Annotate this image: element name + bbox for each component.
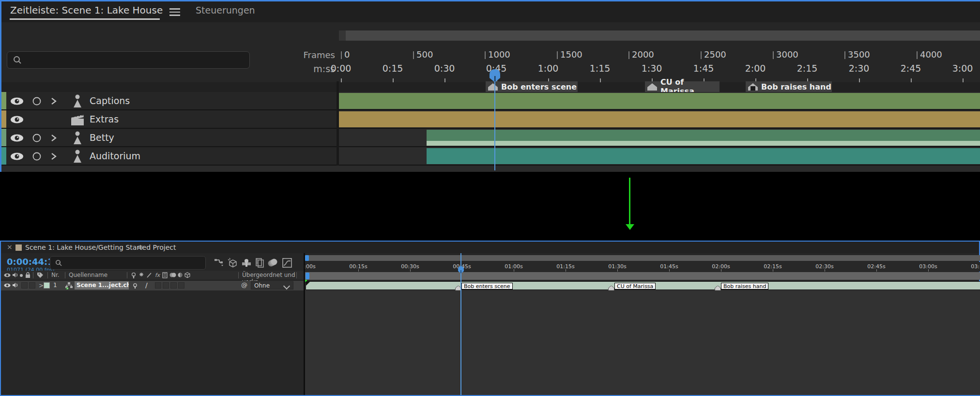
eye-column-icon[interactable]: [4, 273, 11, 277]
twirl-chevron[interactable]: >: [39, 282, 44, 289]
eye-icon[interactable]: [10, 116, 24, 123]
bottom-tab-title[interactable]: Scene 1: Lake House/Getting Started Proj…: [25, 244, 176, 251]
solo-circle-icon[interactable]: [32, 152, 41, 161]
marker-bob-raises-hand[interactable]: Bob raises hand: [746, 81, 832, 92]
label-tag-icon[interactable]: [37, 272, 44, 278]
layer-label-swatch[interactable]: [44, 282, 50, 289]
playhead-head[interactable]: [488, 68, 502, 83]
work-area-start-handle[interactable]: [306, 273, 309, 279]
ruler-tick-label: 00:00s: [305, 263, 321, 270]
layer-bar-betty[interactable]: [427, 130, 980, 146]
ruler-frames-unit: Frames: [262, 50, 335, 60]
solo-circle-icon[interactable]: [32, 134, 41, 142]
frame-tick-label: 4000: [920, 49, 942, 60]
quality-switch[interactable]: /: [145, 281, 148, 289]
timeline-search-input[interactable]: [50, 256, 206, 270]
layer-marker-bob-enters-scene[interactable]: Bob enters scene: [461, 283, 513, 289]
twirl-chevron-icon[interactable]: [51, 97, 57, 105]
parent-dropdown[interactable]: Ohne: [251, 281, 293, 289]
layer-name[interactable]: Extras: [90, 114, 119, 124]
house-marker-icon: [488, 83, 498, 91]
panel-menu-icon[interactable]: ≡: [138, 243, 143, 251]
playhead-head[interactable]: [457, 266, 465, 274]
layer-bar-auditorium[interactable]: [427, 148, 980, 164]
panel-menu-icon[interactable]: [169, 6, 180, 18]
tab-steuerungen[interactable]: Steuerungen: [196, 5, 255, 15]
tab-zeitleiste[interactable]: Zeitleiste: Scene 1: Lake House: [10, 4, 163, 16]
eye-icon[interactable]: [10, 97, 24, 105]
playhead-line[interactable]: [460, 253, 461, 395]
playhead-line[interactable]: [494, 77, 495, 170]
solo-circle-icon[interactable]: [32, 97, 41, 106]
layer-color-strip: [1, 129, 6, 146]
layer-switches-icons[interactable]: fx: [131, 272, 191, 279]
mss-tick-label: 0:15: [373, 63, 412, 74]
person-icon: [71, 94, 84, 108]
layer-color-strip: [1, 92, 6, 109]
switch-cell[interactable]: [155, 282, 161, 289]
column-nr[interactable]: Nr.: [51, 272, 60, 278]
frame-tick-label: 1500: [560, 49, 582, 60]
motion-blur-icon[interactable]: [267, 257, 278, 269]
switch-cell[interactable]: [29, 282, 35, 289]
eye-icon[interactable]: [4, 283, 11, 288]
navigator-start-handle[interactable]: [305, 255, 309, 261]
column-header-row: Nr. Quellenname fx Übergeordnet und verk…: [1, 271, 304, 280]
close-icon[interactable]: ×: [7, 243, 13, 251]
layer-bar-extras[interactable]: [339, 111, 980, 127]
svg-text:fx: fx: [155, 272, 161, 278]
switch-cell[interactable]: [178, 282, 184, 289]
frame-blending-icon[interactable]: [254, 257, 266, 269]
parent-dropdown-value: Ohne: [254, 282, 270, 289]
layer-number: 1: [53, 282, 57, 289]
layer-bar-captions[interactable]: [339, 93, 980, 109]
hide-shy-layers-icon[interactable]: [241, 257, 252, 269]
composition-mini-flowchart-icon[interactable]: [214, 257, 225, 269]
layer-name[interactable]: Captions: [90, 95, 130, 106]
twirl-chevron-icon[interactable]: [51, 134, 57, 142]
bottom-time-ruler[interactable]: 00:00s 00:15s 00:30s 00:45s 01:00s 01:15…: [305, 262, 980, 272]
layer-marker-house-icon[interactable]: [715, 286, 721, 290]
search-input[interactable]: [7, 51, 250, 69]
mss-tick-label: 1:45: [684, 63, 723, 74]
house-marker-icon: [647, 83, 658, 91]
eye-icon[interactable]: [10, 152, 24, 160]
chevron-down-icon: [283, 283, 290, 289]
layer-marker-cu-of-marissa[interactable]: CU of Marissa: [614, 283, 656, 289]
layer-row-captions[interactable]: Captions: [1, 92, 337, 110]
parent-pickwhip-icon[interactable]: @: [241, 281, 247, 289]
frame-tick-label: 500: [416, 49, 433, 60]
timeline-scrollbar-cap: [339, 30, 346, 41]
shy-switch-icon[interactable]: [132, 282, 138, 289]
layer-marker-house-icon[interactable]: [608, 286, 614, 290]
twirl-chevron-icon[interactable]: [51, 152, 57, 160]
audio-icon[interactable]: [12, 282, 18, 288]
graph-editor-icon[interactable]: [281, 257, 293, 269]
layer-row-extras[interactable]: Extras: [1, 110, 337, 129]
app-screen: Zeitleiste: Scene 1: Lake House Steuerun…: [0, 0, 980, 396]
column-quellenname[interactable]: Quellenname: [69, 272, 107, 278]
layer-source-name[interactable]: Scene 1...ject.chproj: [75, 281, 129, 289]
layer-row-auditorium[interactable]: Auditorium: [1, 147, 337, 166]
solo-column-icon[interactable]: [20, 274, 23, 277]
panel-focus-border-left: [0, 0, 1, 172]
marker-bob-enters-scene[interactable]: Bob enters scene: [486, 81, 578, 92]
switch-cell[interactable]: [21, 282, 28, 289]
switch-cell[interactable]: [163, 282, 169, 289]
work-area-bar[interactable]: [305, 272, 980, 280]
timeline-horizontal-scrollbar[interactable]: [339, 30, 980, 41]
search-icon: [13, 56, 22, 64]
layer-name[interactable]: Auditorium: [90, 151, 140, 161]
audio-column-icon[interactable]: [12, 272, 18, 278]
track-auditorium: [339, 147, 980, 166]
eye-icon[interactable]: [10, 134, 24, 142]
draft-3d-icon[interactable]: [227, 257, 238, 269]
switch-cell[interactable]: [170, 282, 177, 289]
lock-column-icon[interactable]: [25, 272, 31, 278]
panel-focus-border-top: [0, 0, 980, 1]
layer-row-betty[interactable]: Betty: [1, 129, 337, 147]
layer-name[interactable]: Betty: [90, 132, 114, 143]
bottom-layer-row[interactable]: > 1 Scene 1...ject.chproj / @ Ohne: [1, 281, 304, 290]
bottom-time-navigator[interactable]: [305, 255, 980, 261]
layer-marker-bob-raises-hand[interactable]: Bob raises hand: [721, 283, 768, 289]
